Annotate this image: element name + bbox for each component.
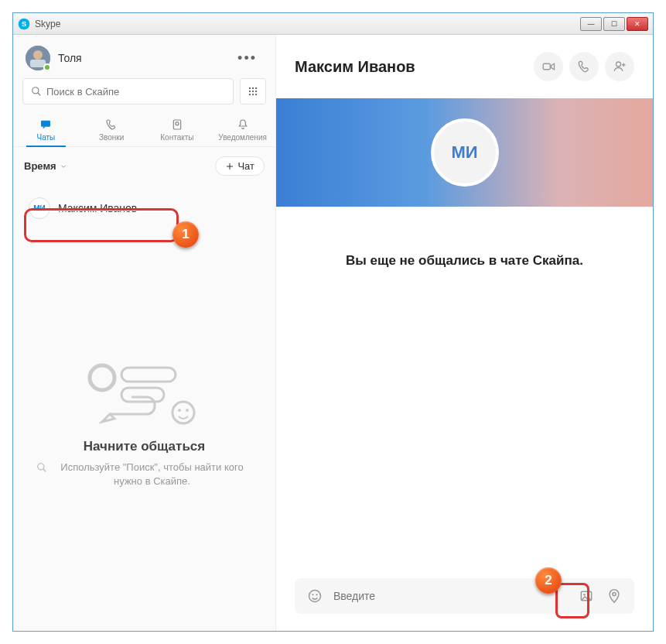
tab-label: Звонки: [99, 133, 124, 142]
svg-point-8: [252, 87, 254, 89]
contact-avatar: МИ: [29, 197, 50, 219]
svg-point-27: [178, 409, 181, 412]
location-button[interactable]: [602, 584, 627, 608]
annotation-marker-2: 2: [535, 567, 562, 594]
app-window: S Skype — ☐ ✕ Толя •••: [12, 12, 654, 632]
svg-point-40: [583, 594, 586, 596]
svg-point-28: [186, 409, 189, 412]
attach-file-button[interactable]: [574, 584, 599, 608]
user-avatar[interactable]: [26, 46, 50, 70]
dialpad-button[interactable]: [240, 78, 266, 104]
video-icon: [541, 60, 555, 74]
tab-label: Чаты: [36, 133, 55, 142]
phone-icon: [577, 60, 591, 74]
chat-list-item[interactable]: МИ Максим Иванов: [18, 190, 271, 227]
search-input[interactable]: [46, 86, 225, 98]
chat-list: МИ Максим Иванов: [13, 185, 275, 231]
tab-calls[interactable]: Звонки: [79, 112, 145, 146]
window-titlebar: S Skype — ☐ ✕: [13, 13, 653, 35]
svg-point-7: [249, 87, 251, 89]
svg-point-14: [252, 94, 254, 95]
maximize-button[interactable]: ☐: [603, 17, 625, 31]
svg-rect-23: [121, 368, 176, 382]
conversation-header: Максим Иванов: [276, 35, 653, 98]
conversation-title[interactable]: Максим Иванов: [295, 58, 528, 76]
window-title: Skype: [35, 19, 579, 29]
tab-label: Контакты: [160, 133, 193, 142]
svg-rect-31: [543, 63, 550, 70]
message-composer: [295, 578, 634, 614]
svg-rect-16: [41, 121, 50, 127]
tab-notifications[interactable]: Уведомления: [210, 112, 275, 146]
emoji-button[interactable]: [302, 584, 327, 608]
search-icon: [36, 462, 47, 473]
tab-contacts[interactable]: Контакты: [145, 112, 210, 146]
svg-point-33: [616, 62, 621, 67]
more-menu-button[interactable]: •••: [231, 47, 263, 70]
audio-call-button[interactable]: [569, 52, 599, 81]
svg-point-26: [172, 402, 194, 423]
svg-marker-25: [102, 414, 114, 422]
svg-marker-32: [552, 63, 555, 70]
tab-chats[interactable]: Чаты: [13, 112, 79, 146]
presence-indicator: [43, 63, 51, 71]
contacts-icon: [170, 118, 184, 131]
empty-title: Начните общаться: [84, 439, 205, 454]
new-chat-button[interactable]: Чат: [215, 156, 265, 176]
svg-point-22: [90, 365, 114, 390]
chevron-down-icon: [60, 163, 67, 170]
filter-row: Время Чат: [13, 147, 275, 185]
svg-point-19: [176, 122, 179, 125]
search-box[interactable]: [22, 78, 234, 104]
search-icon: [31, 86, 42, 97]
video-call-button[interactable]: [534, 52, 563, 81]
svg-point-11: [252, 91, 254, 92]
contact-name: Максим Иванов: [58, 202, 137, 214]
svg-point-13: [249, 94, 251, 95]
skype-icon: S: [18, 18, 30, 30]
svg-point-5: [32, 87, 39, 94]
empty-state: Начните общаться Используйте "Поиск", чт…: [13, 231, 275, 631]
dialpad-icon: [248, 86, 258, 97]
svg-point-38: [316, 594, 317, 595]
nav-tabs: Чаты Звонки Контакты Уведомления: [13, 112, 275, 147]
svg-point-41: [613, 592, 616, 595]
location-icon: [606, 588, 622, 604]
svg-point-36: [309, 591, 321, 602]
composer-actions: [574, 584, 627, 608]
new-chat-label: Чат: [237, 160, 254, 172]
search-row: [13, 78, 275, 112]
conversation-panel: Максим Иванов МИ Вы еще не общались в ча…: [276, 35, 653, 631]
svg-point-4: [33, 50, 43, 60]
svg-line-6: [38, 93, 41, 96]
svg-line-30: [43, 469, 46, 472]
svg-point-12: [255, 91, 257, 92]
window-controls: — ☐ ✕: [579, 17, 648, 31]
no-messages-text: Вы еще не общались в чате Скайпа.: [276, 253, 653, 269]
add-people-button[interactable]: [605, 52, 634, 81]
svg-point-37: [312, 594, 313, 595]
svg-point-10: [249, 91, 251, 92]
message-input[interactable]: [333, 590, 568, 602]
minimize-button[interactable]: —: [580, 17, 602, 31]
svg-point-15: [255, 94, 257, 95]
empty-subtitle-text: Используйте "Поиск", чтобы найти кого ну…: [52, 461, 252, 488]
svg-marker-17: [43, 127, 46, 129]
svg-point-9: [255, 87, 257, 89]
empty-illustration-icon: [79, 358, 210, 428]
user-name[interactable]: Толя: [58, 52, 231, 64]
svg-rect-24: [121, 388, 164, 402]
profile-avatar[interactable]: МИ: [431, 118, 499, 187]
close-button[interactable]: ✕: [627, 17, 648, 31]
sort-label: Время: [24, 160, 56, 172]
conversation-body: МИ Вы еще не общались в чате Скайпа.: [276, 98, 653, 566]
empty-subtitle: Используйте "Поиск", чтобы найти кого ну…: [36, 461, 252, 488]
svg-rect-18: [173, 120, 180, 129]
sidebar-header: Толя •••: [13, 35, 275, 78]
image-icon: [579, 588, 594, 604]
plus-icon: [225, 162, 234, 171]
annotation-marker-1: 1: [172, 221, 199, 248]
svg-text:S: S: [22, 20, 26, 28]
sort-dropdown[interactable]: Время: [24, 160, 67, 172]
add-person-icon: [613, 60, 627, 74]
